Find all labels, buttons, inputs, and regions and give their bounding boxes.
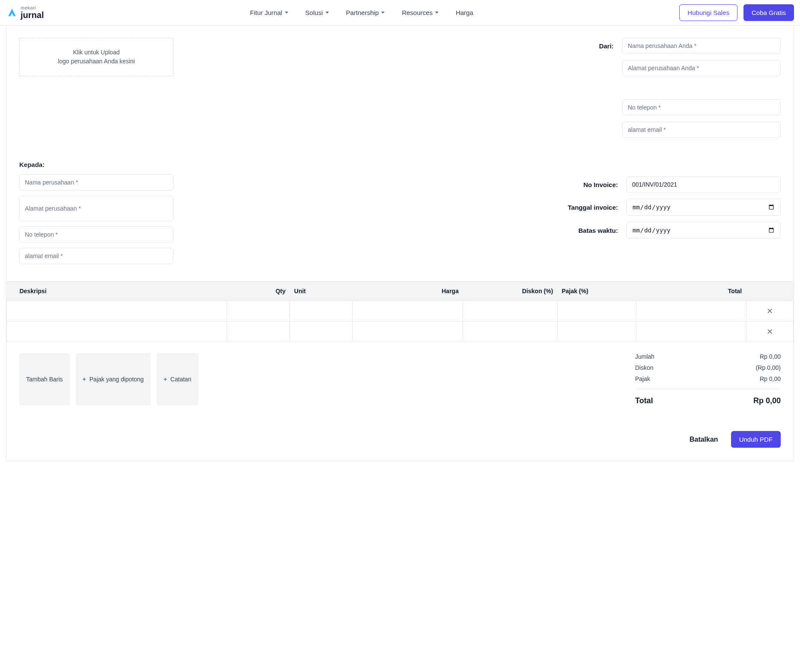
main-nav: Fitur Jurnal Solusi Partnership Resource… <box>250 9 473 16</box>
tax-value: Rp 0,00 <box>760 375 781 382</box>
brand-mark-icon <box>6 6 18 18</box>
plus-icon: + <box>164 376 167 383</box>
totals-block: Jumlah Rp 0,00 Diskon (Rp 0,00) Pajak Rp… <box>635 353 781 405</box>
th-discount: Diskon (%) <box>463 282 557 301</box>
table-row: ✕ <box>7 321 794 342</box>
th-desc: Deskripsi <box>7 282 227 301</box>
notes-label: Catatan <box>170 376 191 383</box>
contact-sales-button[interactable]: Hubungi Sales <box>679 4 737 21</box>
cell-qty-input[interactable] <box>227 301 290 321</box>
to-label: Kepada: <box>19 161 173 168</box>
th-price: Harga <box>353 282 463 301</box>
try-free-button[interactable]: Coba Gratis <box>743 4 794 21</box>
nav-resources-label: Resources <box>402 9 433 16</box>
to-email-input[interactable] <box>19 248 173 264</box>
brand-logo[interactable]: mekari jurnal <box>6 6 44 20</box>
tax-label: Pajak <box>635 375 650 382</box>
notes-button[interactable]: + Catatan <box>157 353 198 405</box>
line-items-table: Deskripsi Qty Unit Harga Diskon (%) Paja… <box>6 281 794 342</box>
to-company-input[interactable] <box>19 174 173 190</box>
no-invoice-label: No Invoice: <box>558 181 618 188</box>
add-row-label: Tambah Baris <box>26 376 63 383</box>
cell-price-input[interactable] <box>353 321 463 342</box>
header-actions: Hubungi Sales Coba Gratis <box>679 4 794 21</box>
nav-harga[interactable]: Harga <box>456 9 473 16</box>
subtotal-label: Jumlah <box>635 353 654 360</box>
site-header: mekari jurnal Fitur Jurnal Solusi Partne… <box>0 0 800 26</box>
cell-unit-input[interactable] <box>290 321 352 342</box>
chevron-down-icon <box>381 12 385 14</box>
cell-desc-input[interactable] <box>7 321 227 342</box>
nav-resources[interactable]: Resources <box>402 9 439 16</box>
chevron-down-icon <box>435 12 439 14</box>
due-date-input[interactable] <box>627 222 781 239</box>
download-pdf-button[interactable]: Unduh PDF <box>731 431 781 448</box>
cell-desc-input[interactable] <box>7 301 227 321</box>
from-label: Dari: <box>592 42 614 50</box>
invoice-date-input[interactable] <box>627 199 781 216</box>
th-total: Total <box>636 282 746 301</box>
grand-total-label: Total <box>635 396 653 405</box>
plus-icon: + <box>83 376 86 383</box>
invoice-meta: No Invoice: Tanggal invoice: Batas waktu… <box>558 161 781 264</box>
from-phone-input[interactable] <box>622 99 781 116</box>
th-unit: Unit <box>290 282 353 301</box>
nav-solusi-label: Solusi <box>305 9 323 16</box>
to-block: Kepada: <box>19 161 173 264</box>
remove-row-icon[interactable]: ✕ <box>746 321 793 342</box>
remove-row-icon[interactable]: ✕ <box>746 301 793 321</box>
from-company-input[interactable] <box>622 38 781 54</box>
th-tax: Pajak (%) <box>557 282 636 301</box>
nav-harga-label: Harga <box>456 9 473 16</box>
due-date-label: Batas waktu: <box>558 227 618 234</box>
cell-tax-input[interactable] <box>558 321 636 342</box>
withholding-tax-button[interactable]: + Pajak yang dipotong <box>76 353 151 405</box>
nav-solusi[interactable]: Solusi <box>305 9 329 16</box>
upload-line1: Klik untuk Upload <box>73 48 120 57</box>
nav-fitur[interactable]: Fitur Jurnal <box>250 9 288 16</box>
add-row-button[interactable]: Tambah Baris <box>19 353 70 405</box>
cell-tax-input[interactable] <box>558 301 636 321</box>
table-row: ✕ <box>7 301 794 321</box>
invoice-date-label: Tanggal invoice: <box>558 204 618 211</box>
withholding-tax-label: Pajak yang dipotong <box>90 376 144 383</box>
th-qty: Qty <box>227 282 290 301</box>
from-block: Dari: <box>592 38 781 144</box>
invoice-card: Klik untuk Upload logo perusahaan Anda k… <box>6 26 794 461</box>
chevron-down-icon <box>285 12 288 14</box>
cell-discount-input[interactable] <box>463 301 557 321</box>
from-email-input[interactable] <box>622 122 781 138</box>
nav-partnership[interactable]: Partnership <box>346 9 385 16</box>
discount-value: (Rp 0,00) <box>756 364 781 371</box>
cell-price-input[interactable] <box>353 301 463 321</box>
to-phone-input[interactable] <box>19 226 173 243</box>
no-invoice-input[interactable] <box>627 176 781 193</box>
nav-partnership-label: Partnership <box>346 9 379 16</box>
footer-actions: Batalkan Unduh PDF <box>19 431 781 448</box>
subtotal-value: Rp 0,00 <box>760 353 781 360</box>
cell-discount-input[interactable] <box>463 321 557 342</box>
discount-label: Diskon <box>635 364 654 371</box>
logo-upload-box[interactable]: Klik untuk Upload logo perusahaan Anda k… <box>19 38 173 76</box>
grand-total-value: Rp 0,00 <box>753 396 781 405</box>
nav-fitur-label: Fitur Jurnal <box>250 9 282 16</box>
upload-line2: logo perusahaan Anda kesini <box>58 57 135 66</box>
chevron-down-icon <box>325 12 329 14</box>
from-address-input[interactable] <box>622 60 781 76</box>
cell-qty-input[interactable] <box>227 321 290 342</box>
cell-total-input[interactable] <box>636 321 746 342</box>
to-address-input[interactable] <box>19 196 173 221</box>
cell-total-input[interactable] <box>636 301 746 321</box>
row-actions: Tambah Baris + Pajak yang dipotong + Cat… <box>19 353 198 405</box>
cancel-button[interactable]: Batalkan <box>690 436 718 443</box>
brand-main: jurnal <box>21 11 44 20</box>
brand-text: mekari jurnal <box>21 6 44 20</box>
cell-unit-input[interactable] <box>290 301 352 321</box>
